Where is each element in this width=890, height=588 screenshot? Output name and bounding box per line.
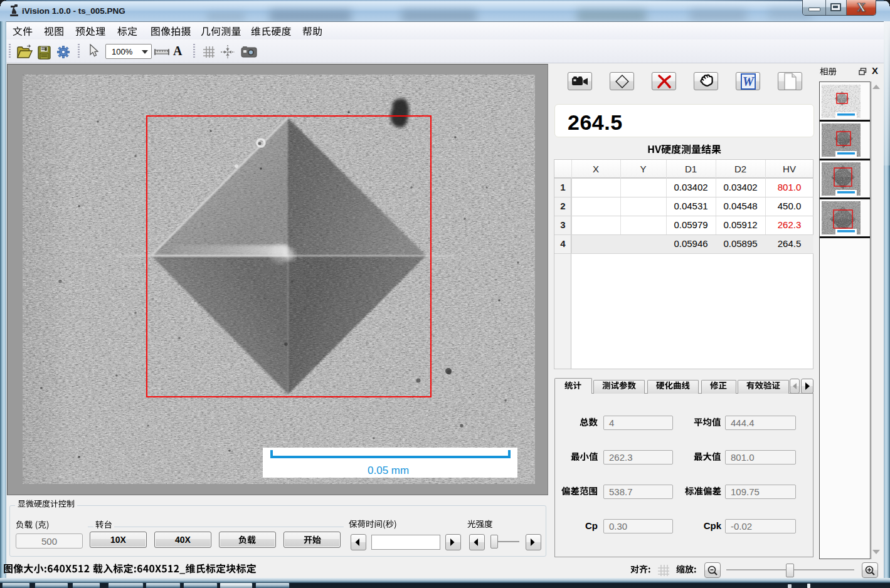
svg-text:W: W [743, 75, 755, 88]
svg-text:0.05 mm: 0.05 mm [368, 465, 409, 476]
